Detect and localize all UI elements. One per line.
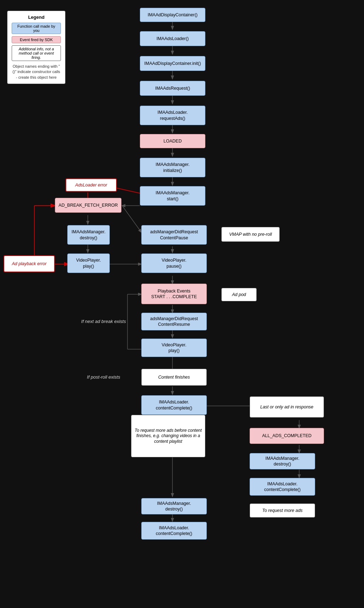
node-all-ads-completed: ALL_ADS_COMPLETED xyxy=(250,428,324,444)
node-ads-manager-request-pause: adsManagerDidRequest​ContentPause xyxy=(141,225,207,245)
node-vmap-no-preroll: VMAP with no pre-roll xyxy=(221,227,280,242)
node-content-finishes: Content finishes xyxy=(141,369,207,386)
node-ima-ads-loader-request: IMAAdsLoader. requestAds() xyxy=(140,106,205,125)
node-ads-manager-resume: adsManagerDidRequest​ContentResume xyxy=(141,313,207,330)
svg-line-11 xyxy=(122,206,141,232)
node-ima-ads-manager-destroy2: IMAAdsManager. destroy() xyxy=(250,453,315,469)
node-ima-ads-manager-start: IMAAdsManager. start() xyxy=(140,186,205,206)
node-ad-playback-error: Ad playback error xyxy=(4,255,55,272)
node-ima-display-container: IMAAd​DisplayContainer() xyxy=(140,8,205,22)
node-if-next-ad-break: If next ad break exists xyxy=(71,313,136,330)
node-last-only-ad: Last or only ad in response xyxy=(250,396,324,418)
node-playback-events: Playback Events START . . .COMPLETE xyxy=(141,284,207,304)
legend-function-call: Function call made by you xyxy=(12,23,61,34)
legend-event-fired: Event fired by SDK xyxy=(12,36,61,43)
node-video-player-play1: VideoPlayer. play() xyxy=(67,253,110,273)
node-to-request-more-ads-note: To request more ads before content finis… xyxy=(131,415,205,457)
node-if-post-roll: If post-roll exists xyxy=(74,369,133,386)
node-ima-ads-manager-destroy3: IMAAdsManager. destroy() xyxy=(141,498,207,514)
node-ima-display-container-init: IMAAd​DisplayContainer.init() xyxy=(140,56,205,71)
node-ad-break-fetch-error: AD_BREAK_FETCH_ERROR xyxy=(55,198,121,213)
legend-note: Object names ending with "()" indicate c… xyxy=(12,64,61,80)
diagram-container: Legend Function call made by you Event f… xyxy=(0,0,364,608)
node-ima-ads-manager-init: IMAAdsManager. initialize() xyxy=(140,158,205,177)
legend-additional-info: Additional info, not a method call or ev… xyxy=(12,45,61,61)
legend-title: Legend xyxy=(12,15,61,20)
node-ima-ads-loader-content-complete1: IMAAdsLoader. contentComplete() xyxy=(141,395,207,415)
node-ad-pod: Ad pod xyxy=(221,288,257,301)
node-ima-ads-request: IMAAdsRequest() xyxy=(140,81,205,96)
node-ima-ads-manager-destroy1: IMAAdsManager. destroy() xyxy=(67,225,110,245)
node-to-request-more-ads: To request more ads xyxy=(250,503,315,518)
legend-box: Legend Function call made by you Event f… xyxy=(7,11,66,84)
node-ima-ads-loader-content-complete2: IMAAdsLoader. contentComplete() xyxy=(250,478,315,496)
node-video-player-play2: VideoPlayer. play() xyxy=(141,339,207,357)
node-ima-ads-loader-content-complete3: IMAAdsLoader. contentComplete() xyxy=(141,522,207,540)
node-video-player-pause: VideoPlayer. pause() xyxy=(141,253,207,273)
node-ads-loader-error: AdsLoader error xyxy=(66,178,117,192)
node-loaded: LOADED xyxy=(140,134,205,148)
node-ima-ads-loader: IMAAdsLoader() xyxy=(140,31,205,46)
